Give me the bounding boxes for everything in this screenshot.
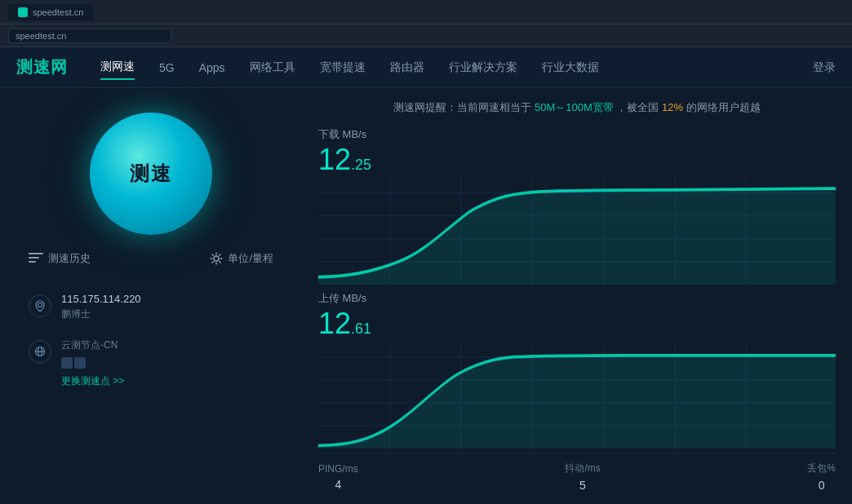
ip-text: 115.175.114.220 鹏博士: [61, 293, 141, 321]
tab-bar: speedtest.cn: [0, 0, 852, 24]
tab-label: speedtest.cn: [33, 7, 83, 17]
navbar: 测速网 测网速 5G Apps 网络工具 宽带提速 路由器 行业解决方案 行业大…: [0, 47, 852, 88]
favicon: [18, 7, 28, 17]
stat-loss-value: 0: [819, 479, 825, 492]
site-logo: 测速网: [16, 56, 68, 78]
stat-ping: PING/ms 4: [318, 463, 358, 491]
change-node-link[interactable]: 更换测速点 >>: [61, 374, 124, 388]
left-panel: 测速 测速历史 单位/量程: [0, 88, 302, 504]
upload-block: 上传 MB/s 12 .61: [318, 291, 836, 449]
node-bar-1: [61, 357, 73, 369]
nav-login[interactable]: 登录: [813, 60, 836, 75]
gear-icon: [210, 252, 223, 265]
svg-point-0: [214, 256, 219, 261]
node-text: 云测节点-CN 更换测速点 >>: [61, 338, 124, 388]
nav-item-industry[interactable]: 行业解决方案: [449, 56, 517, 79]
globe-icon: [29, 340, 51, 363]
notice-suffix: 的网络用户超越: [686, 101, 761, 113]
settings-button[interactable]: 单位/量程: [210, 251, 273, 266]
upload-value-dec: .61: [351, 321, 371, 336]
speed-button-label: 测速: [130, 161, 172, 187]
nav-item-tools[interactable]: 网络工具: [250, 56, 295, 79]
nav-item-5g[interactable]: 5G: [159, 57, 175, 78]
stat-ping-value: 4: [335, 478, 341, 491]
history-icon: [29, 253, 43, 264]
download-label: 下载 MB/s: [318, 127, 366, 142]
notice-bandwidth: 50M～100M宽带: [535, 101, 614, 113]
upload-chart: [318, 342, 836, 449]
notice-percent: 12%: [662, 101, 683, 113]
nav-item-apps[interactable]: Apps: [199, 57, 225, 78]
nav-item-speed[interactable]: 测网速: [100, 55, 135, 80]
upload-label: 上传 MB/s: [318, 291, 366, 306]
notice-bar: 测速网提醒：当前网速相当于 50M～100M宽带 ，被全国 12% 的网络用户超…: [318, 100, 836, 115]
node-bars: [61, 357, 124, 369]
control-row: 测速历史 单位/量程: [16, 251, 286, 266]
isp-name: 鹏博士: [61, 307, 141, 321]
upload-value-int: 12: [318, 309, 351, 338]
browser-tab[interactable]: speedtest.cn: [8, 4, 93, 20]
svg-point-1: [38, 303, 42, 307]
ip-info: 115.175.114.220 鹏博士: [16, 286, 286, 328]
download-chart: [318, 178, 836, 285]
ip-address: 115.175.114.220: [61, 293, 141, 305]
stat-loss: 丢包% 0: [807, 462, 836, 492]
speed-button[interactable]: 测速: [90, 113, 212, 235]
main-content: 测速 测速历史 单位/量程: [0, 88, 852, 504]
stat-jitter-value: 5: [579, 479, 586, 492]
nav-item-bigdata[interactable]: 行业大数据: [542, 56, 599, 79]
notice-prefix: 测速网提醒：当前网速相当于: [393, 101, 531, 113]
right-panel: 测速网提醒：当前网速相当于 50M～100M宽带 ，被全国 12% 的网络用户超…: [302, 88, 852, 504]
address-input[interactable]: [8, 29, 171, 43]
speed-section: 下载 MB/s 12 .25: [318, 127, 836, 449]
download-value-int: 12: [318, 145, 351, 175]
upload-label-row: 上传 MB/s: [318, 291, 836, 306]
notice-suffix-pre: ，被全国: [616, 101, 659, 113]
download-label-row: 下载 MB/s: [318, 127, 836, 142]
history-button[interactable]: 测速历史: [29, 251, 91, 266]
stat-loss-label: 丢包%: [807, 462, 836, 475]
download-block: 下载 MB/s 12 .25: [318, 127, 836, 285]
node-label: 云测节点-CN: [61, 338, 124, 352]
address-bar: [0, 24, 852, 47]
stat-jitter: 抖动/ms 5: [565, 462, 600, 492]
history-label: 测速历史: [48, 251, 91, 266]
settings-label: 单位/量程: [228, 251, 273, 266]
nav-item-router[interactable]: 路由器: [390, 56, 424, 79]
stats-row: PING/ms 4 抖动/ms 5 丢包% 0: [318, 453, 836, 496]
download-value-dec: .25: [351, 157, 371, 172]
stat-jitter-label: 抖动/ms: [565, 462, 600, 475]
stat-ping-label: PING/ms: [318, 463, 358, 475]
location-icon: [29, 294, 51, 317]
node-bar-2: [74, 357, 86, 369]
nav-item-broadband[interactable]: 宽带提速: [320, 56, 366, 79]
node-info: 云测节点-CN 更换测速点 >>: [16, 332, 286, 395]
